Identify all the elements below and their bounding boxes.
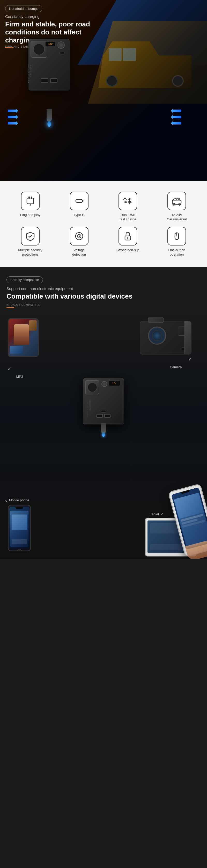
security-label: Multiple securityprotections <box>18 248 42 257</box>
device-camera: Camera ↙ <box>140 321 197 362</box>
cc-display: 12V <box>108 381 120 386</box>
car-label: 12-24VCar universal <box>167 213 187 222</box>
mp3-label: MP3 <box>16 375 23 379</box>
feature-car: 12-24VCar universal <box>154 192 199 222</box>
finger-icon <box>172 231 182 241</box>
hero-subtitle: Constantly charging <box>5 14 93 19</box>
phone-screen <box>9 507 30 548</box>
cc-usb-row <box>87 410 120 418</box>
feature-dual-usb: Dual USBfast charge <box>106 192 150 222</box>
nonslip-icon-box <box>118 227 137 246</box>
car-icon-box <box>167 192 186 210</box>
right-arrows <box>171 109 181 125</box>
device-mp3: ↙ MP3 <box>8 318 44 365</box>
arrow-row-2 <box>8 115 18 119</box>
arrow-right-row-1 <box>171 109 181 113</box>
phone-label: Mobile phone <box>9 498 29 502</box>
plug-icon <box>25 196 35 206</box>
dual-usb-label: Dual USBfast charge <box>119 213 136 222</box>
arrow-blue-left-1 <box>171 109 181 113</box>
arrow-row-1 <box>8 109 18 113</box>
security-icon-box <box>21 227 40 246</box>
voltage-icon-box <box>70 227 89 246</box>
feature-onebutton: One-buttonoperation <box>154 227 199 257</box>
cc-socket <box>85 380 99 394</box>
arrow-right-row-3 <box>171 121 181 125</box>
camera-top <box>148 317 164 323</box>
not-afraid-badge: Not afraid of bumps <box>5 5 42 12</box>
camera-label: Camera <box>170 365 182 369</box>
svg-rect-4 <box>76 199 82 203</box>
typec-icon <box>74 196 84 206</box>
cc-plug-tip <box>102 433 105 437</box>
arrow-row-3 <box>8 121 18 125</box>
camera-lens <box>148 327 166 345</box>
plug-play-label: Plug and play <box>20 213 40 217</box>
central-charger-body: 12V Model:C03 Input:5C 12V-24V <box>83 378 124 425</box>
hand-phone-area <box>135 456 207 559</box>
nonslip-label: Strong non-slip <box>117 248 139 252</box>
central-charger: 12V Model:C03 Input:5C 12V-24V <box>78 378 129 425</box>
shield-icon <box>25 231 35 241</box>
firm-stable-line <box>5 48 13 48</box>
feature-type-c: Type-C <box>57 192 102 222</box>
lock-icon <box>123 231 133 241</box>
cc-button <box>101 381 107 387</box>
type-c-label: Type-C <box>74 213 84 217</box>
compat-header: Broadly compatible Support common electr… <box>0 267 207 308</box>
onebutton-icon-box <box>167 227 186 246</box>
feature-nonslip: Strong non-slip <box>106 227 150 257</box>
svg-rect-2 <box>31 196 32 198</box>
features-grid: Plug and play Type-C <box>8 192 199 257</box>
phone-screen-content <box>10 510 29 547</box>
feature-voltage: Voltagedetection <box>57 227 102 257</box>
arrow-blue-2 <box>8 115 18 119</box>
usb-port-2 <box>50 78 58 83</box>
arrow-blue-1 <box>8 109 18 113</box>
onebutton-label: One-buttonoperation <box>168 248 185 257</box>
compat-badge: Broadly compatible <box>6 276 43 283</box>
charger-display: 12V <box>45 41 56 46</box>
cc-usb-row2 <box>97 414 110 418</box>
device-phone: Mobile phone ↘ <box>8 505 39 551</box>
arrow-right-row-2 <box>171 115 181 119</box>
svg-point-30 <box>176 236 177 237</box>
charger-device: 12V Model:C03 Input:5C 12V-24V <box>21 39 78 111</box>
mp3-screen <box>8 318 39 357</box>
mp3-person <box>14 324 29 345</box>
phone-body <box>8 505 31 551</box>
voltage-icon <box>74 231 84 241</box>
svg-point-25 <box>78 236 80 237</box>
dual-usb-icon-box <box>118 192 137 210</box>
feature-plug-play: Plug and play <box>8 192 53 222</box>
compat-title: Compatible with various digital devices <box>6 292 201 300</box>
mp3-image <box>8 319 38 356</box>
compat-section: Broadly compatible Support common electr… <box>0 267 207 559</box>
hero-section: Not afraid of bumps Constantly charging … <box>0 0 207 181</box>
arrow-blue-left-2 <box>171 115 181 119</box>
features-section: Plug and play Type-C <box>0 181 207 267</box>
svg-rect-1 <box>29 196 30 198</box>
car-icon <box>171 196 182 206</box>
usb-port-1 <box>41 78 48 83</box>
cc-plug <box>101 423 106 433</box>
arrow-blue-left-3 <box>171 121 181 125</box>
usb-icon <box>123 196 133 206</box>
charger-tip <box>47 121 51 127</box>
broadly-line <box>6 307 14 308</box>
devices-area: ↙ MP3 Camera ↙ <box>0 313 207 559</box>
feature-security: Multiple securityprotections <box>8 227 53 257</box>
plug-play-icon-box <box>21 192 40 210</box>
cc-typec <box>101 410 106 412</box>
arrow-blue-3 <box>8 121 18 125</box>
svg-rect-0 <box>27 198 34 204</box>
cc-usb-2 <box>104 414 110 418</box>
voltage-label: Voltagedetection <box>72 248 86 257</box>
type-c-icon-box <box>70 192 89 210</box>
compat-subtitle: Support common electronic equipment <box>6 286 201 291</box>
cc-usb-1 <box>97 414 103 418</box>
camera-body <box>140 321 192 354</box>
charger-plug <box>46 109 52 122</box>
left-arrows <box>8 109 18 125</box>
svg-rect-17 <box>172 200 181 204</box>
